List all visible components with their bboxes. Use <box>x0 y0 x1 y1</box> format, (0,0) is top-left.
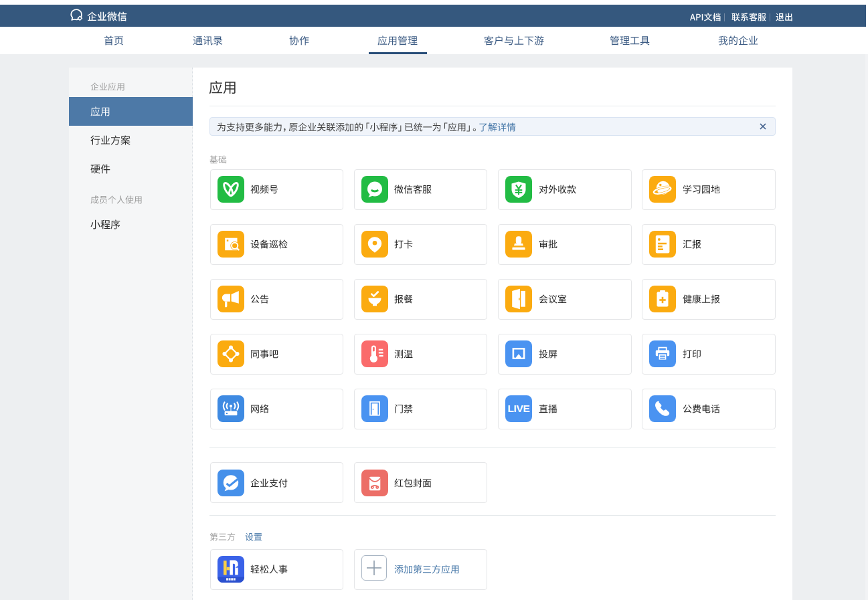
svg-text:LIVE: LIVE <box>507 403 529 414</box>
